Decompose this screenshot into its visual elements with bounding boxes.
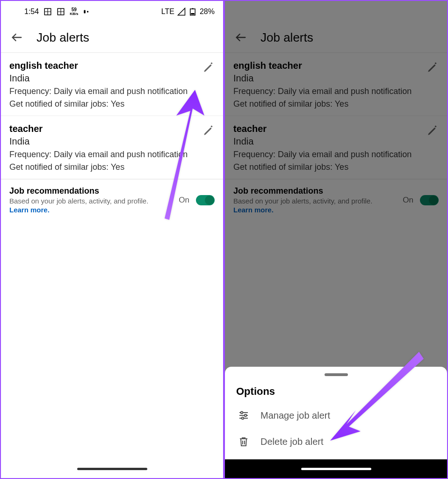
svg-rect-2: [84, 10, 86, 14]
data-speed: 59 KB/s: [70, 7, 78, 16]
alert-title: english teacher: [9, 60, 215, 71]
svg-point-3: [87, 11, 89, 13]
sliders-icon: [238, 410, 249, 421]
app-icon-1: [43, 7, 52, 16]
page-title: Job alerts: [36, 30, 89, 45]
svg-rect-5: [192, 8, 193, 9]
manage-label: Manage job alert: [260, 410, 330, 421]
back-icon[interactable]: [10, 31, 23, 44]
delete-label: Delete job alert: [260, 436, 324, 447]
notification-dot-icon: [83, 7, 89, 16]
svg-point-16: [242, 417, 244, 419]
nav-bar[interactable]: [225, 459, 447, 478]
battery-icon: [188, 7, 197, 16]
svg-point-15: [245, 414, 246, 416]
signal-icon: [177, 7, 186, 16]
annotation-arrow: [328, 347, 431, 450]
battery-percent: 28%: [200, 7, 215, 16]
annotation-arrow: [141, 90, 211, 221]
nav-pill: [77, 468, 147, 470]
nav-bar[interactable]: [1, 459, 223, 478]
status-time: 1:54: [24, 7, 39, 16]
network-label: LTE: [161, 7, 174, 16]
alert-location: India: [9, 73, 215, 84]
header: Job alerts: [1, 22, 223, 53]
nav-pill: [301, 468, 371, 470]
status-bar: 1:54 59 KB/s LTE 28%: [1, 1, 223, 22]
app-icon-2: [57, 7, 65, 16]
svg-point-14: [241, 412, 243, 414]
svg-rect-6: [191, 13, 195, 15]
edit-icon[interactable]: [202, 61, 215, 73]
trash-icon: [238, 436, 249, 447]
